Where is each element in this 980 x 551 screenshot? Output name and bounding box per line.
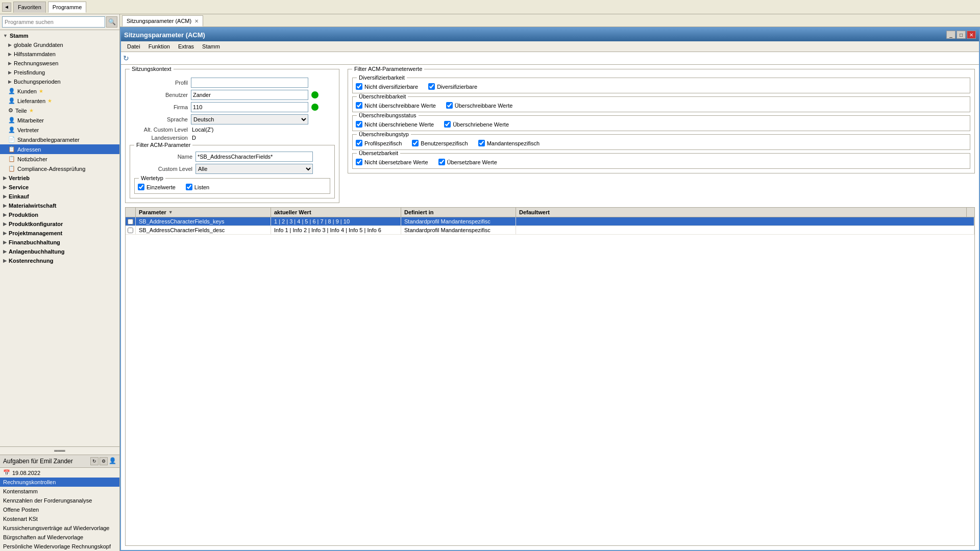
- task-item-offene-posten[interactable]: Offene Posten: [0, 505, 119, 514]
- refresh-tasks-btn[interactable]: ↻: [90, 457, 99, 465]
- menu-datei[interactable]: Datei: [123, 42, 144, 51]
- tab-favoriten[interactable]: Favoriten: [13, 2, 46, 13]
- settings-tasks-btn[interactable]: ⚙: [100, 457, 108, 465]
- row-checkbox[interactable]: [128, 228, 133, 233]
- menu-stamm[interactable]: Stamm: [198, 42, 224, 51]
- check-diversifizierbare[interactable]: [428, 83, 435, 90]
- task-item-kennzahlen[interactable]: Kennzahlen der Forderungsanalyse: [0, 496, 119, 505]
- check-listen[interactable]: [186, 184, 192, 190]
- check-nicht-ueberschreibbare[interactable]: [356, 102, 362, 109]
- task-item-wiedervorlage[interactable]: Persönliche Wiedervorlage Rechnungskopf: [0, 542, 119, 551]
- sidebar-item-vertreter[interactable]: 👤 Vertreter: [0, 125, 119, 135]
- check-ueberschriebene[interactable]: [444, 121, 451, 128]
- label-profil: Profil: [130, 80, 191, 86]
- dialog-tab-active[interactable]: Sitzungsparameter (ACM) ✕: [122, 15, 203, 27]
- task-label: Offene Posten: [3, 507, 39, 513]
- task-list: Rechnungskontrollen Kontenstamm Kennzahl…: [0, 478, 119, 551]
- task-item-kostenart[interactable]: Kostenart KSt: [0, 514, 119, 523]
- resize-handle[interactable]: ═══: [0, 447, 119, 455]
- table-row[interactable]: SB_AddressCharacterFields_desc Info 1 | …: [126, 226, 974, 235]
- sidebar-section-service[interactable]: ▶ Service: [0, 183, 119, 192]
- filter-parameterwerte-fields: Diversifizierbarkeit Nicht diversifizier…: [352, 78, 970, 169]
- row-checkbox[interactable]: [128, 219, 133, 224]
- check-mandantenspezifisch[interactable]: [478, 140, 485, 146]
- check-nicht-ueberschriebene[interactable]: [356, 121, 362, 128]
- dialog-toolbar: ↻: [121, 52, 979, 65]
- select-sprache[interactable]: Deutsch: [191, 114, 308, 124]
- sidebar-section-stamm[interactable]: ▼ Stamm: [0, 31, 119, 40]
- sidebar-item-hilfsstammdaten[interactable]: ▶ Hilfsstammdaten: [0, 49, 119, 59]
- sidebar-item-kunden[interactable]: 👤 Kunden ★: [0, 86, 119, 96]
- sidebar-section-vertrieb[interactable]: ▶ Vertrieb: [0, 173, 119, 183]
- sidebar-section-produktkonfigurator[interactable]: ▶ Produktkonfigurator: [0, 219, 119, 229]
- maximize-btn[interactable]: □: [957, 31, 966, 39]
- sidebar-item-adressen[interactable]: 📋 Adressen: [0, 144, 119, 154]
- task-label: Kostenart KSt: [3, 516, 38, 522]
- sidebar-section-kostenrechnung[interactable]: ▶ Kostenrechnung: [0, 256, 119, 265]
- refresh-btn[interactable]: ↻: [123, 54, 129, 62]
- input-name[interactable]: [195, 152, 313, 162]
- check-ueberschreibbare[interactable]: [446, 102, 453, 109]
- sidebar-item-buchungsperioden[interactable]: ▶ Buchungsperioden: [0, 77, 119, 86]
- check-nicht-diversifizierbare[interactable]: [356, 83, 362, 90]
- label-benutzer: Benutzer: [130, 92, 191, 98]
- checkbox-profilspezifisch: Profilspezifisch: [356, 140, 402, 146]
- task-item-rechnungskontrollen[interactable]: Rechnungskontrollen: [0, 478, 119, 487]
- sidebar-section-label: Service: [9, 184, 29, 190]
- col-label-parameter: Parameter: [139, 209, 166, 215]
- sidebar-section-projektmanagement[interactable]: ▶ Projektmanagement: [0, 229, 119, 238]
- ueberschreibungstyp-checkboxes: Profilspezifisch Benutzerspezifisch Mand…: [356, 140, 967, 146]
- sidebar-item-standardbelegparameter[interactable]: 📄 Standardbelegparameter: [0, 135, 119, 144]
- select-custom-level[interactable]: Alle: [195, 164, 313, 174]
- sidebar-item-lieferanten[interactable]: 👤 Lieferanten ★: [0, 96, 119, 106]
- sidebar-section-label: Anlagenbuchhaltung: [9, 248, 64, 255]
- person-icon: 👤: [8, 117, 15, 123]
- table-body: SB_AddressCharacterFields_keys 1 | 2 | 3…: [126, 217, 974, 545]
- sidebar-item-notizbuecher[interactable]: 📋 Notizbücher: [0, 154, 119, 164]
- check-profilspezifisch[interactable]: [356, 140, 362, 146]
- sidebar-section-einkauf[interactable]: ▶ Einkauf: [0, 192, 119, 201]
- tab-close-icon[interactable]: ✕: [194, 18, 199, 24]
- check-nicht-uebersetzbare[interactable]: [356, 159, 362, 165]
- sidebar-item-mitarbeiter[interactable]: 👤 Mitarbeiter: [0, 115, 119, 125]
- table-col-defined[interactable]: Definiert in: [401, 208, 516, 217]
- check-uebersetzbare[interactable]: [438, 159, 445, 165]
- benutzer-status-dot: [311, 91, 318, 98]
- sidebar-section-produktion[interactable]: ▶ Produktion: [0, 210, 119, 219]
- input-benutzer[interactable]: [191, 90, 308, 100]
- task-item-buergschaften[interactable]: Bürgschaften auf Wiedervorlage: [0, 533, 119, 542]
- input-firma[interactable]: [191, 102, 308, 112]
- menu-extras[interactable]: Extras: [174, 42, 198, 51]
- search-input[interactable]: [2, 16, 105, 28]
- nav-back-btn[interactable]: ◄: [2, 3, 11, 12]
- label-firma: Firma: [130, 104, 191, 110]
- top-bar: ◄ Favoriten Programme: [0, 0, 980, 14]
- check-einzelwerte[interactable]: [138, 184, 144, 190]
- sidebar-section-finanzbuchhaltung[interactable]: ▶ Finanzbuchhaltung: [0, 238, 119, 247]
- sidebar-item-preisfindung[interactable]: ▶ Preisfindung: [0, 68, 119, 77]
- task-item-kurssicherung[interactable]: Kurssicherungsverträge auf Wiedervorlage: [0, 523, 119, 533]
- tab-programme[interactable]: Programme: [48, 2, 86, 13]
- sidebar-item-rechnungswesen[interactable]: ▶ Rechnungswesen: [0, 59, 119, 68]
- table-col-value[interactable]: aktueller Wert: [271, 208, 401, 217]
- sidebar-item-label: Rechnungswesen: [14, 60, 58, 66]
- sidebar-section-anlagenbuchhaltung[interactable]: ▶ Anlagenbuchhaltung: [0, 247, 119, 256]
- ueberschreibbarkeit-checkboxes: Nicht überschreibbare Werte Überschreibb…: [356, 102, 967, 109]
- sidebar-item-compliance[interactable]: 📋 Compliance-Adressprüfung: [0, 164, 119, 173]
- search-button[interactable]: 🔍: [106, 16, 117, 28]
- task-item-kontenstamm[interactable]: Kontenstamm: [0, 487, 119, 496]
- table-col-default[interactable]: Defaultwert: [516, 208, 967, 217]
- check-benutzerspezifisch[interactable]: [412, 140, 419, 146]
- sidebar-search-area: 🔍: [0, 14, 119, 30]
- sidebar-section-materialwirtschaft[interactable]: ▶ Materialwirtschaft: [0, 201, 119, 210]
- table-row[interactable]: SB_AddressCharacterFields_keys 1 | 2 | 3…: [126, 217, 974, 226]
- firma-status-dot: [311, 104, 318, 111]
- close-btn[interactable]: ✕: [967, 31, 976, 39]
- minimize-btn[interactable]: _: [946, 31, 955, 39]
- table-col-parameter[interactable]: Parameter ▼: [136, 208, 271, 217]
- sidebar-item-globale-grunddaten[interactable]: ▶ globale Grunddaten: [0, 40, 119, 49]
- sidebar-item-teile[interactable]: ⚙ Teile ★: [0, 106, 119, 115]
- menu-funktion[interactable]: Funktion: [144, 42, 174, 51]
- input-profil[interactable]: [191, 78, 308, 88]
- uebersetzbarkeit-title: Übersetzbarkeit: [357, 150, 400, 156]
